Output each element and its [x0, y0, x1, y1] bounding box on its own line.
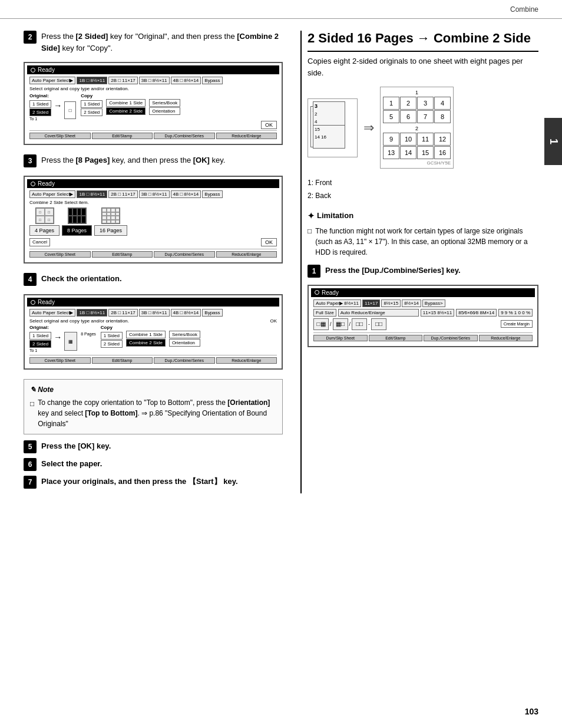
screen-3-label: Select original and copy type and/or ori… [29, 318, 277, 324]
combine-2side-3[interactable]: Combine 2 Side [126, 339, 166, 347]
arrow-section-3: → [54, 325, 62, 341]
icon-16pages [101, 207, 120, 224]
paper-85x14-2[interactable]: 4B □ 8½×14 [171, 190, 201, 198]
ok-btn-1[interactable]: OK [261, 121, 277, 129]
create-margin-btn[interactable]: Create Margin [501, 320, 533, 328]
dup-combine-btn[interactable]: Dup./Combine/Series [154, 133, 215, 139]
separator-1: / [330, 321, 332, 327]
edit-stamp-btn-4[interactable]: Edit/Stamp [369, 335, 423, 341]
step-7-text: Place your originals, and then press the… [41, 476, 238, 487]
opt-16pages: 16 Pages [94, 207, 127, 236]
screen-4-footer: Dum/Slip Sheet Edit/Stamp Dup./Combine/S… [313, 332, 533, 341]
auto-paper-btn-4[interactable]: Auto Paper▶ 8½×11 [313, 299, 361, 307]
edit-stamp-btn-2[interactable]: Edit/Stamp [92, 251, 153, 258]
opt-4pages-btn[interactable]: 4 Pages [29, 225, 59, 236]
orig-1sided-3[interactable]: 1 Sided [29, 332, 51, 340]
dup-combine-btn-3[interactable]: Dup./Combine/Series [154, 357, 215, 364]
paper-11x17-2[interactable]: 2B □ 11×17 [108, 190, 138, 198]
reduce-enlarge-btn-2[interactable]: Reduce/Enlarge [216, 251, 277, 258]
paper-8half-4[interactable]: 8½×15 [381, 299, 401, 307]
page-container: Combine 1 2 Press the [2 Sided] key for … [0, 0, 562, 728]
cancel-btn[interactable]: Cancel [29, 238, 50, 246]
opt-8pages: 8 Pages [62, 207, 92, 236]
opt-8pages-btn[interactable]: 8 Pages [62, 225, 92, 236]
paper-11x17[interactable]: 2B □ 11×17 [108, 77, 138, 84]
combine-1side[interactable]: Combine 1 Side [106, 99, 146, 107]
paper-85x11[interactable]: 1B □ 8½×11 [77, 77, 107, 84]
edit-stamp-btn-3[interactable]: Edit/Stamp [92, 357, 153, 364]
paper-11x17-3[interactable]: 2B □ 11×17 [108, 309, 138, 317]
reduce-enlarge-btn-4[interactable]: Reduce/Enlarge [479, 335, 533, 341]
cell-8: 8 [434, 110, 451, 123]
cover-slip-btn-3[interactable]: Cover/Slip Sheet [29, 357, 91, 364]
dup-combine-btn-2[interactable]: Dup./Combine/Series [154, 251, 215, 258]
dup-combine-btn-4[interactable]: Dup./Combine/Series [424, 335, 478, 341]
paper-85x14[interactable]: 4B □ 8½×14 [171, 77, 201, 84]
note-text: To change the copy orientation to "Top t… [38, 397, 276, 429]
screen-3-footer: Cover/Slip Sheet Edit/Stamp Dup./Combine… [29, 355, 277, 364]
auto-paper-btn-3[interactable]: Auto Paper Select▶ [29, 309, 75, 317]
combine-2side[interactable]: Combine 2 Side [106, 107, 146, 115]
series-book-btn-3[interactable]: Series/Book [169, 331, 200, 338]
paper-row-4: Auto Paper▶ 8½×11 11×17 8½×15 8½×14 Bypa… [313, 299, 533, 307]
reduce-enlarge-btn-3[interactable]: Reduce/Enlarge [216, 357, 277, 364]
edit-stamp-btn[interactable]: Edit/Stamp [92, 133, 153, 139]
size1-btn[interactable]: 11×15 8½×11 [421, 309, 454, 317]
step-2-num: 2 [24, 31, 37, 44]
note-item: □ To change the copy orientation to "Top… [30, 397, 276, 429]
cover-slip-btn[interactable]: Cover/Slip Sheet [29, 133, 91, 139]
paper-11x17-4[interactable]: 11×17 [362, 299, 380, 307]
bypass-btn-2[interactable]: Bypass [202, 190, 222, 198]
ok-btn-2[interactable]: OK [261, 238, 277, 246]
orig-section-3: Original: 1 Sided 2 Sided To 1 [29, 325, 51, 353]
result-grid: 1 1 2 3 4 5 6 7 8 2 [380, 87, 454, 169]
limitation-title: ✦ Limitation [308, 210, 538, 222]
auto-reduce-btn[interactable]: Auto Reduce/Enlarge [338, 309, 419, 317]
page-number: 103 [525, 707, 538, 716]
screen-1-title: Ready [38, 67, 55, 73]
orig-2sided[interactable]: 2 Sided [29, 108, 51, 116]
paper-85x14-3[interactable]: 4B □ 8½×14 [171, 309, 201, 317]
orig-2sided-3[interactable]: 2 Sided [29, 340, 51, 348]
auto-paper-btn[interactable]: Auto Paper Select▶ [29, 77, 75, 84]
orientation-btn[interactable]: Orientation [149, 107, 180, 115]
copy-1sided-3[interactable]: 1 Sided [101, 332, 123, 340]
icon-box-1: □▦ [313, 318, 329, 330]
paper-85x11-2[interactable]: 1B □ 8½×11 [77, 190, 107, 198]
diagram-note: GCSH/Y5E [383, 160, 451, 166]
auto-paper-btn-2[interactable]: Auto Paper Select▶ [29, 190, 75, 198]
orig-1sided[interactable]: 1 Sided [29, 100, 51, 108]
bypass-btn[interactable]: Bypass [202, 77, 222, 84]
screen-1-label: Select original and copy type and/or ori… [29, 86, 277, 91]
copy-2sided-3[interactable]: 2 Sided [101, 340, 123, 348]
to1-label-3: To 1 [29, 348, 51, 353]
combine-1side-3[interactable]: Combine 1 Side [126, 331, 166, 338]
cell-3: 3 [417, 97, 434, 110]
size2-btn[interactable]: 85⁄6×66⁄8 8M×14 [456, 309, 497, 317]
orientation-btn-3[interactable]: Orientation [169, 339, 200, 347]
right-step-1-text: Press the [Dup./Combine/Series] key. [325, 265, 461, 276]
ready-circle-3 [31, 300, 35, 305]
paper-row-3: Auto Paper Select▶ 1B □ 8½×11 2B □ 11×17… [29, 309, 277, 317]
paper-85x11b[interactable]: 3B □ 8½×11 [139, 77, 170, 84]
full-size-btn[interactable]: Full Size [313, 309, 336, 317]
paper-85x11b-3[interactable]: 3B □ 8½×11 [139, 309, 170, 317]
cover-slip-btn-2[interactable]: Cover/Slip Sheet [29, 251, 91, 258]
combine-options: □ □ □ □ 4 Pages [29, 207, 277, 236]
icon-box-2: ▦□ [333, 318, 348, 330]
paper-85x14-4[interactable]: 8½×14 [402, 299, 421, 307]
copy-2sided[interactable]: 2 Sided [81, 108, 103, 116]
ready-circle-4 [315, 290, 319, 295]
bypass-btn-4[interactable]: Bypass> [422, 299, 445, 307]
copy-1sided[interactable]: 1 Sided [81, 100, 103, 108]
paper-85x11-3[interactable]: 1B □ 8½×11 [77, 309, 107, 317]
percent-btn[interactable]: 9 9 % 1 0 0 % [498, 309, 533, 317]
opt-16pages-btn[interactable]: 16 Pages [94, 225, 127, 236]
screen-2-body: Auto Paper Select▶ 1B □ 8½×11 2B □ 11×17… [27, 188, 279, 260]
bypass-btn-3[interactable]: Bypass [202, 309, 222, 317]
series-book-btn[interactable]: Series/Book [149, 99, 180, 107]
reduce-enlarge-btn[interactable]: Reduce/Enlarge [216, 133, 277, 139]
dum-slip-btn[interactable]: Dum/Slip Sheet [313, 335, 368, 341]
screen-3: Ready Auto Paper Select▶ 1B □ 8½×11 2B □… [24, 294, 283, 370]
paper-85x11b-2[interactable]: 3B □ 8½×11 [139, 190, 170, 198]
